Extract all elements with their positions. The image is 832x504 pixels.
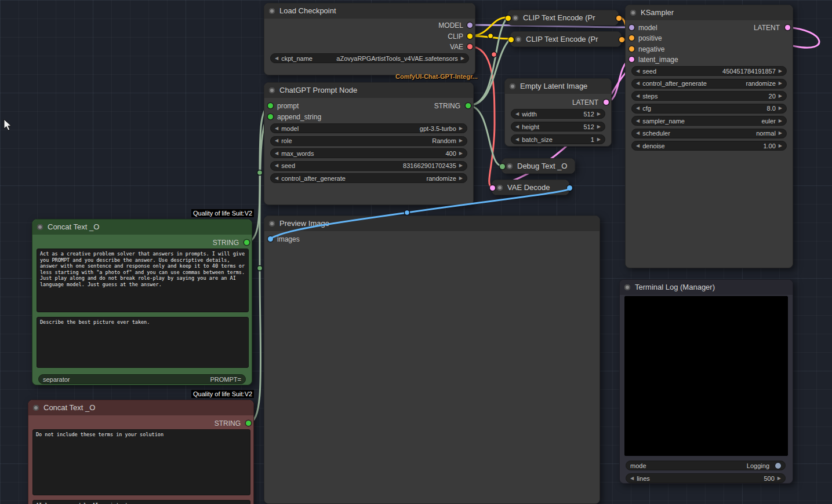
decrement-arrow-icon[interactable]: ◀ <box>636 67 640 76</box>
decrement-arrow-icon[interactable]: ◀ <box>275 136 278 145</box>
node-title-bar[interactable]: KSampler <box>626 5 793 20</box>
collapse-dot-icon[interactable] <box>630 10 636 16</box>
node-title-bar[interactable]: Preview Image <box>264 216 600 231</box>
reroute-dot-vae[interactable] <box>492 52 497 57</box>
port-dot-clip-in[interactable] <box>508 37 514 42</box>
port-dot-images-in[interactable] <box>268 236 273 242</box>
batch-size-widget[interactable]: ◀ batch_size 1 ▶ <box>511 134 605 144</box>
collapse-dot-icon[interactable] <box>624 284 630 290</box>
decrement-arrow-icon[interactable]: ◀ <box>275 161 278 170</box>
text1-textarea[interactable]: Act as a creative problem solver that an… <box>37 249 249 312</box>
port-dot-conditioning-out[interactable] <box>619 37 624 42</box>
port-dot-append-string-in[interactable] <box>268 114 273 119</box>
node-empty-latent-image[interactable]: Empty Latent Image LATENT ◀ width 512 ▶ … <box>504 78 612 147</box>
port-dot-model[interactable] <box>467 23 473 28</box>
decrement-arrow-icon[interactable]: ◀ <box>636 79 640 88</box>
increment-arrow-icon[interactable]: ▶ <box>459 174 463 183</box>
port-dot-string-out[interactable] <box>246 421 251 426</box>
lines-widget[interactable]: ◀ lines 500 ▶ <box>626 473 786 483</box>
node-concat-text-red[interactable]: Concat Text _O STRING Do not include the… <box>28 400 254 504</box>
node-chatgpt-prompt[interactable]: ChatGPT Prompt Node prompt append_string… <box>264 82 474 205</box>
increment-arrow-icon[interactable]: ▶ <box>779 116 782 126</box>
port-dot-string-out[interactable] <box>244 240 249 245</box>
text2-textarea[interactable]: Describe the best picture ever taken. <box>37 317 249 368</box>
reroute-dot-string-1[interactable] <box>257 170 263 176</box>
node-terminal-log[interactable]: Terminal Log (Manager) mode Logging ◀ li… <box>619 279 793 484</box>
role-widget[interactable]: ◀ role Random ▶ <box>270 136 467 146</box>
port-dot-clip-in[interactable] <box>506 16 511 21</box>
node-title-bar[interactable]: Concat Text _O <box>32 220 252 235</box>
increment-arrow-icon[interactable]: ▶ <box>779 67 782 76</box>
node-clip-text-encode-1[interactable]: CLIP Text Encode (Pr <box>507 10 619 25</box>
logging-toggle-knob[interactable] <box>775 463 781 469</box>
node-title-bar[interactable]: ChatGPT Prompt Node <box>264 83 473 98</box>
increment-arrow-icon[interactable]: ▶ <box>459 149 463 158</box>
reroute-dot-image[interactable] <box>405 210 410 216</box>
text1-textarea[interactable]: Do not include these terms in your solut… <box>32 429 250 495</box>
node-graph-canvas[interactable]: Load Checkpoint MODEL CLIP VAE ◀ ckpt_na… <box>0 0 832 504</box>
node-title-bar[interactable]: Terminal Log (Manager) <box>620 280 793 295</box>
collapse-dot-icon[interactable] <box>269 8 275 14</box>
cfg-widget[interactable]: ◀ cfg 8.0 ▶ <box>631 104 787 114</box>
sampler-name-widget[interactable]: ◀ sampler_name euler ▶ <box>631 116 787 126</box>
reroute-dot-clip[interactable] <box>488 34 493 39</box>
text2-textarea[interactable]: AI language model, AI assistant <box>32 500 250 504</box>
collapse-dot-icon[interactable] <box>510 83 515 89</box>
port-dot-prompt-in[interactable] <box>268 103 273 108</box>
node-title-bar[interactable]: Concat Text _O <box>28 400 253 415</box>
port-dot-negative-in[interactable] <box>629 46 634 52</box>
decrement-arrow-icon[interactable]: ◀ <box>636 92 640 101</box>
decrement-arrow-icon[interactable]: ◀ <box>275 54 278 63</box>
increment-arrow-icon[interactable]: ▶ <box>779 129 782 138</box>
node-clip-text-encode-2[interactable]: CLIP Text Encode (Pr <box>510 31 622 47</box>
port-dot-clip[interactable] <box>467 34 473 39</box>
seed-widget[interactable]: ◀ seed 450451784191857 ▶ <box>631 66 787 76</box>
node-load-checkpoint[interactable]: Load Checkpoint MODEL CLIP VAE ◀ ckpt_na… <box>264 3 475 75</box>
increment-arrow-icon[interactable]: ▶ <box>779 92 782 101</box>
increment-arrow-icon[interactable]: ▶ <box>459 136 463 145</box>
height-widget[interactable]: ◀ height 512 ▶ <box>511 122 605 132</box>
decrement-arrow-icon[interactable]: ◀ <box>515 109 519 119</box>
max-words-widget[interactable]: ◀ max_words 400 ▶ <box>270 148 467 158</box>
collapse-dot-icon[interactable] <box>515 36 521 42</box>
decrement-arrow-icon[interactable]: ◀ <box>275 174 278 183</box>
seed-widget[interactable]: ◀ seed 831662901702435 ▶ <box>270 161 467 171</box>
node-concat-text-green[interactable]: Concat Text _O STRING Act as a creative … <box>32 219 252 385</box>
port-dot-latent-out[interactable] <box>785 25 790 30</box>
node-vae-decode[interactable]: VAE Decode <box>492 180 569 195</box>
node-title-bar[interactable]: Empty Latent Image <box>505 79 611 94</box>
decrement-arrow-icon[interactable]: ◀ <box>636 104 640 113</box>
increment-arrow-icon[interactable]: ▶ <box>597 109 601 119</box>
ckpt-name-widget[interactable]: ◀ ckpt_name aZovyaRPGArtistTools_v4VAE.s… <box>270 53 469 63</box>
width-widget[interactable]: ◀ width 512 ▶ <box>511 109 605 119</box>
node-title-bar[interactable]: CLIP Text Encode (Pr <box>508 10 618 25</box>
decrement-arrow-icon[interactable]: ◀ <box>636 129 640 138</box>
collapse-dot-icon[interactable] <box>269 87 275 93</box>
increment-arrow-icon[interactable]: ▶ <box>459 124 463 133</box>
port-dot-model-in[interactable] <box>629 25 634 30</box>
control-after-generate-widget[interactable]: ◀ control_after_generate randomize ▶ <box>631 79 787 89</box>
decrement-arrow-icon[interactable]: ◀ <box>515 135 519 144</box>
increment-arrow-icon[interactable]: ▶ <box>597 122 601 132</box>
node-title-bar[interactable]: CLIP Text Encode (Pr <box>511 32 621 46</box>
node-title-bar[interactable]: Debug Text _O <box>502 159 575 173</box>
node-preview-image[interactable]: Preview Image images <box>264 216 600 504</box>
decrement-arrow-icon[interactable]: ◀ <box>636 116 640 126</box>
port-dot-text-in[interactable] <box>500 164 505 169</box>
collapse-dot-icon[interactable] <box>33 405 39 411</box>
port-dot-string-out[interactable] <box>466 103 471 108</box>
port-dot-latent-image-in[interactable] <box>629 57 634 62</box>
increment-arrow-icon[interactable]: ▶ <box>779 104 782 113</box>
increment-arrow-icon[interactable]: ▶ <box>461 54 464 63</box>
port-dot-samples-in[interactable] <box>490 185 495 191</box>
node-debug-text[interactable]: Debug Text _O <box>502 158 575 174</box>
decrement-arrow-icon[interactable]: ◀ <box>636 141 640 151</box>
collapse-dot-icon[interactable] <box>513 15 518 21</box>
port-dot-positive-in[interactable] <box>629 35 634 41</box>
reroute-dot-string-2[interactable] <box>257 266 263 271</box>
node-title-bar[interactable]: Load Checkpoint <box>264 3 475 19</box>
collapse-dot-icon[interactable] <box>497 185 503 191</box>
increment-arrow-icon[interactable]: ▶ <box>597 135 601 144</box>
scheduler-widget[interactable]: ◀ scheduler normal ▶ <box>631 129 787 138</box>
steps-widget[interactable]: ◀ steps 20 ▶ <box>631 91 787 101</box>
